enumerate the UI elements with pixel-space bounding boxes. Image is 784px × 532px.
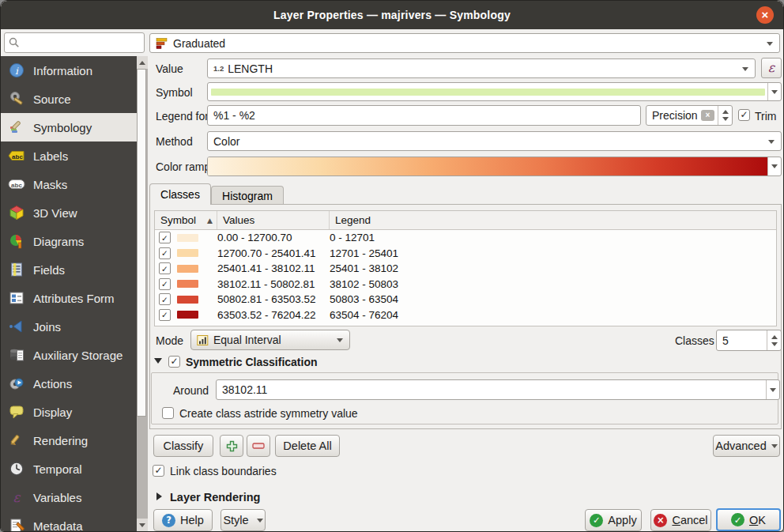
class-legend[interactable]: 50803 - 63504 [330,293,398,305]
classes-table[interactable]: Symbol ▲ Values Legend ✓ 0.00 - 12700.70… [154,210,777,326]
sidebar-item-diagrams[interactable]: Diagrams [1,227,137,255]
sidebar-item-display[interactable]: Display [1,398,137,426]
table-row[interactable]: ✓ 63503.52 - 76204.22 63504 - 76204 [155,308,776,323]
column-header-values[interactable]: Values [217,211,330,229]
sidebar-item-3d-view[interactable]: 3D View [1,198,137,227]
sidebar-item-rendering[interactable]: Rendering [1,426,137,455]
auxiliary-storage-icon [8,346,25,364]
class-checkbox[interactable]: ✓ [159,262,171,274]
sidebar-scrollbar[interactable] [137,56,148,531]
scroll-down-icon[interactable] [137,519,148,531]
tab-classes[interactable]: Classes [149,183,211,205]
labels-icon: abc [8,147,25,164]
display-icon [8,403,25,421]
precision-spinbox[interactable]: Precision × [646,105,733,126]
tab-histogram[interactable]: Histogram [211,186,284,205]
sidebar-item-metadata[interactable]: Metadata [1,511,137,531]
check-icon: ✓ [740,110,748,119]
expression-builder-button[interactable]: ε [761,58,782,78]
precision-spin-buttons[interactable] [718,106,732,125]
color-ramp-label: Color ramp [156,160,210,173]
table-row[interactable]: ✓ 12700.70 - 25401.41 12701 - 25401 [155,246,776,262]
table-row[interactable]: ✓ 25401.41 - 38102.11 25401 - 38102 [155,261,776,277]
attributes-form-icon [8,289,25,307]
class-legend[interactable]: 12701 - 25401 [330,247,398,259]
class-checkbox[interactable]: ✓ [159,247,171,259]
sidebar-item-source[interactable]: Source [1,85,137,113]
clear-icon[interactable]: × [701,110,714,121]
chevron-down-icon [771,444,778,448]
class-checkbox[interactable]: ✓ [159,232,171,243]
color-ramp-button[interactable] [207,157,782,176]
sidebar-item-labels[interactable]: abc Labels [1,141,137,170]
sidebar-search-input[interactable] [4,32,145,53]
add-class-button[interactable] [220,435,243,457]
sidebar-item-attributes-form[interactable]: Attributes Form [1,284,137,312]
sidebar-item-auxiliary-storage[interactable]: Auxiliary Storage [1,341,137,369]
class-swatch[interactable] [177,265,198,273]
sidebar-item-information[interactable]: i Information [1,56,137,85]
classes-spin-buttons[interactable] [767,330,781,350]
sidebar-item-actions[interactable]: Actions [1,369,137,398]
symbol-preview-button[interactable] [207,82,782,101]
close-button[interactable]: × [756,6,774,24]
collapse-arrow-icon[interactable] [154,358,162,364]
delete-all-button[interactable]: Delete All [275,435,340,457]
class-swatch[interactable] [177,280,198,288]
around-combobox[interactable]: 38102.11 [216,379,780,400]
class-legend[interactable]: 0 - 12701 [330,232,375,243]
class-checkbox[interactable]: ✓ [159,309,171,321]
value-combobox[interactable]: 1.2 LENGTH [207,58,756,78]
scroll-up-icon[interactable] [137,56,148,69]
style-button[interactable]: Style [220,509,266,531]
symmetric-checkbox[interactable]: ✓ [168,356,180,368]
plus-icon [226,440,238,452]
expand-arrow-icon[interactable] [156,492,162,500]
trim-checkbox[interactable]: ✓ [738,109,750,121]
sidebar-item-fields[interactable]: Fields [1,255,137,284]
class-legend[interactable]: 63504 - 76204 [330,309,398,321]
sidebar-item-variables[interactable]: ε Variables [1,483,137,511]
ok-button[interactable]: ✓ OK [716,508,781,531]
link-boundaries-checkbox[interactable]: ✓ [153,465,164,477]
diagrams-icon [8,232,25,250]
sidebar-item-temporal[interactable]: Temporal [1,455,137,483]
table-row[interactable]: ✓ 38102.11 - 50802.81 38102 - 50803 [155,277,776,292]
sidebar-item-symbology[interactable]: Symbology [1,113,137,141]
class-legend[interactable]: 25401 - 38102 [330,262,398,274]
classify-button[interactable]: Classify [153,435,213,457]
classes-spinbox[interactable]: 5 [716,330,782,351]
remove-class-button[interactable] [247,435,270,457]
mode-combobox[interactable]: Equal Interval [190,330,350,350]
sidebar-search [4,32,145,53]
sidebar-item-masks[interactable]: abc Masks [1,170,137,198]
check-icon: ✓ [154,466,162,475]
legend-format-input[interactable]: %1 - %2 [207,105,641,126]
class-swatch[interactable] [177,311,198,319]
table-row[interactable]: ✓ 0.00 - 12700.70 0 - 12701 [155,230,776,246]
classes-table-header[interactable]: Symbol ▲ Values Legend [155,211,776,230]
metadata-icon [8,517,25,531]
column-header-legend[interactable]: Legend [330,211,776,229]
astride-checkbox[interactable] [162,407,174,419]
class-swatch[interactable] [177,234,198,242]
cancel-button[interactable]: × Cancel [650,509,711,531]
sidebar-item-joins[interactable]: Joins [1,312,137,341]
class-swatch[interactable] [177,249,198,257]
scrollbar-thumb[interactable] [137,69,146,417]
class-legend[interactable]: 38102 - 50803 [330,278,398,290]
graduated-icon [156,37,168,50]
help-button[interactable]: ? Help [153,509,213,531]
class-checkbox[interactable]: ✓ [159,293,171,305]
layer-rendering-label[interactable]: Layer Rendering [170,491,260,504]
apply-button[interactable]: ✓ Apply [585,509,642,531]
advanced-button[interactable]: Advanced [713,435,780,457]
class-swatch[interactable] [177,296,198,304]
table-row[interactable]: ✓ 50802.81 - 63503.52 50803 - 63504 [155,292,776,308]
titlebar[interactable]: Layer Properties — majrivers — Symbology… [1,1,783,29]
value-field-name: LENGTH [228,62,273,75]
column-header-symbol[interactable]: Symbol ▲ [155,211,217,229]
method-combobox[interactable]: Color [207,131,782,151]
renderer-combobox[interactable]: Graduated [149,33,780,53]
class-checkbox[interactable]: ✓ [159,278,171,290]
